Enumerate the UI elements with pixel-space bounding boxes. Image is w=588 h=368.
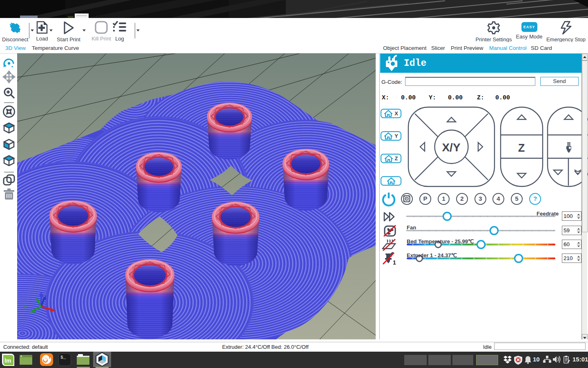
svg-text:X/Y: X/Y bbox=[442, 141, 460, 154]
svg-text:lm: lm bbox=[4, 357, 11, 364]
svg-text:Y: Y bbox=[24, 305, 27, 310]
svg-text:Z: Z bbox=[518, 142, 525, 154]
